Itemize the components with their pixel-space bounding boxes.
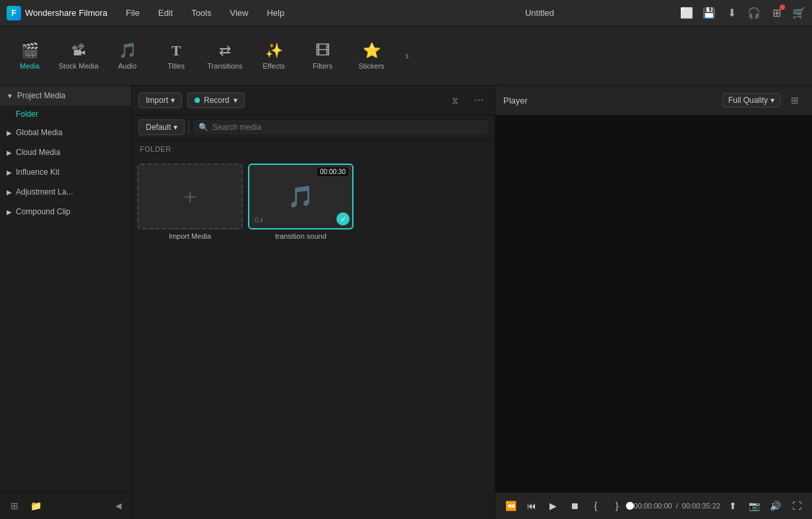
logo-icon: F — [7, 6, 21, 20]
menu-tools[interactable]: Tools — [183, 5, 219, 20]
menu-items: File Edit Tools View Help — [118, 5, 399, 20]
audio-media-thumb[interactable]: 00:00:30 🎵 ♫♪ ✓ — [248, 164, 354, 229]
restore-icon[interactable]: ⬜ — [680, 7, 693, 20]
step-back-button[interactable]: ⏮ — [523, 497, 540, 515]
snapshot-button[interactable]: 📷 — [745, 497, 763, 515]
preview-settings-icon[interactable]: ⊞ — [786, 91, 804, 109]
media-panel: Import ▾ Record ▾ ⧖ ⋯ Default ▾ 🔍 FOLDE — [132, 86, 495, 519]
save-icon[interactable]: 💾 — [703, 7, 716, 20]
stock-media-icon: 📽 — [71, 42, 86, 59]
preview-screen — [495, 115, 812, 492]
search-input[interactable] — [212, 123, 483, 132]
import-chevron-icon: ▾ — [171, 96, 175, 105]
media-toolbar: Import ▾ Record ▾ ⧖ ⋯ — [132, 86, 495, 115]
progress-handle[interactable] — [626, 502, 634, 510]
new-folder-icon[interactable]: 📁 — [28, 498, 44, 514]
search-icon: 🔍 — [199, 123, 208, 132]
rewind-button[interactable]: ⏪ — [502, 497, 519, 515]
tool-stickers[interactable]: ⭐ Stickers — [348, 30, 394, 82]
record-button[interactable]: Record ▾ — [187, 92, 245, 108]
play-button[interactable]: ▶ — [545, 497, 562, 515]
preview-controls: ⏪ ⏮ ▶ ⏹ { } 00:00:00:00 / 00:00:35:22 ⬆ … — [495, 492, 812, 519]
app-name: Wondershare Filmora — [25, 8, 108, 18]
current-time: 00:00:00:00 — [634, 502, 672, 510]
add-icon: ＋ — [179, 182, 201, 211]
panel-collapse-button[interactable]: ◀ — [111, 499, 125, 512]
quality-label: Full Quality — [728, 96, 768, 105]
quality-select[interactable]: Full Quality ▾ — [722, 93, 780, 107]
media-item-audio: 00:00:30 🎵 ♫♪ ✓ transition sound — [248, 164, 354, 240]
download-icon[interactable]: ⬇ — [725, 7, 738, 20]
stickers-icon: ⭐ — [363, 42, 381, 59]
filters-icon: 🎞 — [315, 42, 330, 59]
tool-titles-label: Titles — [168, 62, 185, 70]
section-adjustment-layer[interactable]: ▶ Adjustment La... — [0, 182, 131, 202]
section-project-media[interactable]: ▼ Project Media — [0, 86, 131, 106]
import-media-thumb[interactable]: ＋ — [137, 164, 243, 229]
media-search-bar: Default ▾ 🔍 — [132, 115, 495, 140]
tool-effects[interactable]: ✨ Effects — [251, 30, 297, 82]
transitions-icon: ⇄ — [219, 42, 231, 59]
tool-effects-label: Effects — [263, 62, 284, 70]
menu-help[interactable]: Help — [259, 5, 292, 20]
folder-item[interactable]: Folder — [0, 106, 131, 123]
global-media-label: Global Media — [16, 128, 63, 137]
preview-header: Player Full Quality ▾ ⊞ — [495, 86, 812, 115]
default-button[interactable]: Default ▾ — [139, 119, 185, 135]
audio-indicator-icon: ♫♪ — [253, 215, 263, 224]
tool-transitions[interactable]: ⇄ Transitions — [202, 30, 248, 82]
section-global-media[interactable]: ▶ Global Media — [0, 123, 131, 142]
record-chevron-icon: ▾ — [234, 96, 237, 105]
import-label: Import — [146, 96, 168, 105]
cart-icon[interactable]: 🛒 — [792, 7, 805, 20]
cloud-media-label: Cloud Media — [16, 148, 60, 157]
audio-icon: 🎵 — [119, 42, 137, 59]
more-tools-button[interactable]: › — [397, 30, 417, 82]
volume-button[interactable]: 🔊 — [766, 497, 784, 515]
tool-titles[interactable]: T Titles — [153, 30, 199, 82]
expand-arrow-project-media: ▼ — [7, 92, 13, 100]
titles-icon: T — [172, 42, 181, 59]
menu-edit[interactable]: Edit — [150, 5, 181, 20]
media-icon: 🎬 — [21, 42, 39, 59]
stop-button[interactable]: ⏹ — [566, 497, 583, 515]
import-button[interactable]: Import ▾ — [139, 92, 182, 108]
tool-stock-media-label: Stock Media — [59, 62, 99, 70]
default-chevron-icon: ▾ — [173, 123, 177, 132]
tool-transitions-label: Transitions — [207, 62, 242, 70]
notification-badge — [780, 5, 785, 10]
headphone-icon[interactable]: 🎧 — [747, 7, 761, 20]
tool-filters[interactable]: 🎞 Filters — [299, 30, 346, 82]
audio-media-name: transition sound — [275, 232, 327, 240]
tool-audio[interactable]: 🎵 Audio — [104, 30, 150, 82]
tool-media[interactable]: 🎬 Media — [7, 30, 53, 82]
time-separator: / — [676, 502, 678, 510]
compound-clip-label: Compound Clip — [16, 207, 71, 216]
menu-file[interactable]: File — [118, 5, 148, 20]
layout-icon[interactable]: ⊞ — [770, 7, 783, 20]
media-grid: ＋ Import Media 00:00:30 🎵 ♫♪ ✓ transitio… — [132, 158, 495, 245]
filter-icon[interactable]: ⧖ — [446, 91, 464, 109]
left-panel: ▼ Project Media Folder ▶ Global Media ▶ … — [0, 86, 132, 519]
menu-view[interactable]: View — [222, 5, 256, 20]
add-folder-icon[interactable]: ⊞ — [7, 498, 22, 514]
player-label: Player — [503, 96, 528, 106]
section-influence-kit[interactable]: ▶ Influence Kit — [0, 162, 131, 182]
fullscreen-button[interactable]: ⛶ — [788, 497, 805, 515]
window-title: Untitled — [399, 8, 680, 18]
section-compound-clip[interactable]: ▶ Compound Clip — [0, 202, 131, 222]
more-options-icon[interactable]: ⋯ — [470, 91, 488, 109]
main-content: ▼ Project Media Folder ▶ Global Media ▶ … — [0, 86, 812, 519]
tool-filters-label: Filters — [313, 62, 332, 70]
expand-arrow-cloud-media: ▶ — [7, 149, 12, 156]
mark-in-button[interactable]: { — [587, 497, 604, 515]
app-logo: F Wondershare Filmora — [7, 6, 108, 20]
expand-arrow-global-media: ▶ — [7, 129, 12, 137]
total-time: 00:00:35:22 — [682, 502, 720, 510]
project-media-label: Project Media — [17, 91, 65, 100]
section-cloud-media[interactable]: ▶ Cloud Media — [0, 142, 131, 162]
mark-out-button[interactable]: } — [608, 497, 625, 515]
tool-stock-media[interactable]: 📽 Stock Media — [55, 30, 102, 82]
add-to-timeline-button[interactable]: ⬆ — [724, 497, 741, 515]
media-item-import: ＋ Import Media — [137, 164, 243, 240]
